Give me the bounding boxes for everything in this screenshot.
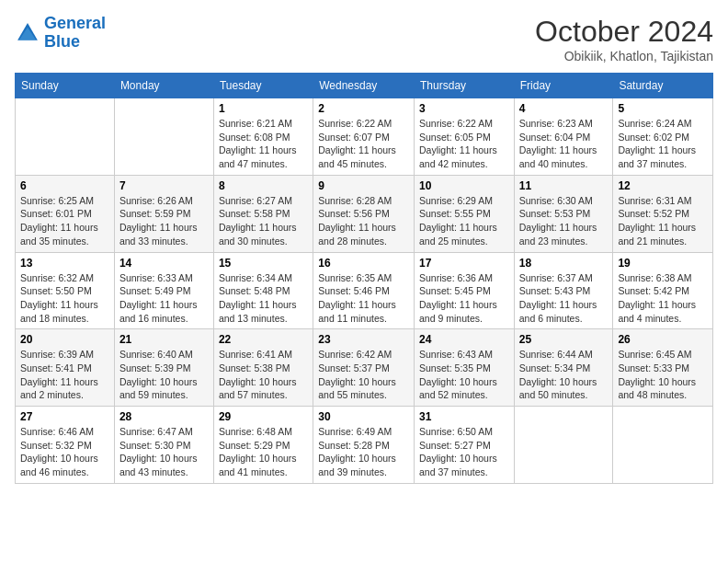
calendar-cell: 28Sunrise: 6:47 AM Sunset: 5:30 PM Dayli… — [114, 407, 213, 484]
day-number: 23 — [318, 333, 409, 346]
day-number: 30 — [318, 410, 409, 423]
logo-text: General Blue — [44, 15, 106, 52]
calendar-cell — [16, 98, 115, 176]
day-content: Sunrise: 6:49 AM Sunset: 5:28 PM Dayligh… — [318, 425, 409, 479]
calendar-cell: 14Sunrise: 6:33 AM Sunset: 5:49 PM Dayli… — [114, 252, 213, 329]
day-number: 31 — [419, 410, 509, 423]
calendar-cell: 13Sunrise: 6:32 AM Sunset: 5:50 PM Dayli… — [16, 252, 115, 329]
day-content: Sunrise: 6:21 AM Sunset: 6:08 PM Dayligh… — [219, 117, 308, 171]
day-number: 29 — [219, 410, 308, 423]
calendar-cell: 20Sunrise: 6:39 AM Sunset: 5:41 PM Dayli… — [16, 329, 115, 407]
day-number: 7 — [119, 179, 209, 192]
calendar-cell: 8Sunrise: 6:27 AM Sunset: 5:58 PM Daylig… — [213, 175, 313, 252]
calendar-table: SundayMondayTuesdayWednesdayThursdayFrid… — [15, 73, 713, 484]
weekday-header: Saturday — [613, 74, 713, 98]
weekday-header: Monday — [114, 74, 213, 98]
month-title: October 2024 — [535, 15, 713, 49]
day-number: 14 — [119, 257, 209, 270]
day-number: 6 — [20, 179, 109, 192]
day-number: 21 — [119, 333, 209, 346]
day-content: Sunrise: 6:39 AM Sunset: 5:41 PM Dayligh… — [20, 348, 109, 402]
calendar-cell: 4Sunrise: 6:23 AM Sunset: 6:04 PM Daylig… — [514, 98, 613, 176]
day-content: Sunrise: 6:43 AM Sunset: 5:35 PM Dayligh… — [419, 348, 509, 402]
day-number: 19 — [618, 257, 708, 270]
day-content: Sunrise: 6:50 AM Sunset: 5:27 PM Dayligh… — [419, 425, 509, 479]
day-number: 2 — [318, 102, 409, 115]
weekday-header: Friday — [514, 74, 613, 98]
weekday-header: Thursday — [415, 74, 515, 98]
calendar-cell: 7Sunrise: 6:26 AM Sunset: 5:59 PM Daylig… — [114, 175, 213, 252]
day-number: 24 — [419, 333, 509, 346]
day-content: Sunrise: 6:22 AM Sunset: 6:05 PM Dayligh… — [419, 117, 509, 171]
day-number: 13 — [20, 257, 109, 270]
calendar-cell: 5Sunrise: 6:24 AM Sunset: 6:02 PM Daylig… — [613, 98, 713, 176]
day-content: Sunrise: 6:40 AM Sunset: 5:39 PM Dayligh… — [119, 348, 209, 402]
day-number: 5 — [618, 102, 708, 115]
calendar-cell: 23Sunrise: 6:42 AM Sunset: 5:37 PM Dayli… — [313, 329, 415, 407]
calendar-week-row: 13Sunrise: 6:32 AM Sunset: 5:50 PM Dayli… — [16, 252, 713, 329]
day-content: Sunrise: 6:44 AM Sunset: 5:34 PM Dayligh… — [519, 348, 609, 402]
day-content: Sunrise: 6:34 AM Sunset: 5:48 PM Dayligh… — [219, 271, 308, 326]
day-content: Sunrise: 6:28 AM Sunset: 5:56 PM Dayligh… — [318, 194, 409, 248]
day-number: 25 — [519, 333, 609, 346]
calendar-cell: 3Sunrise: 6:22 AM Sunset: 6:05 PM Daylig… — [415, 98, 515, 176]
day-number: 4 — [519, 102, 609, 115]
day-content: Sunrise: 6:24 AM Sunset: 6:02 PM Dayligh… — [618, 117, 708, 171]
calendar-week-row: 27Sunrise: 6:46 AM Sunset: 5:32 PM Dayli… — [16, 407, 713, 484]
day-content: Sunrise: 6:48 AM Sunset: 5:29 PM Dayligh… — [219, 425, 308, 479]
day-content: Sunrise: 6:33 AM Sunset: 5:49 PM Dayligh… — [119, 271, 209, 326]
calendar-week-row: 20Sunrise: 6:39 AM Sunset: 5:41 PM Dayli… — [16, 329, 713, 407]
calendar-cell — [613, 407, 713, 484]
weekday-header: Tuesday — [213, 74, 313, 98]
calendar-week-row: 6Sunrise: 6:25 AM Sunset: 6:01 PM Daylig… — [16, 175, 713, 252]
day-content: Sunrise: 6:47 AM Sunset: 5:30 PM Dayligh… — [119, 425, 209, 479]
day-content: Sunrise: 6:41 AM Sunset: 5:38 PM Dayligh… — [219, 348, 308, 402]
day-number: 20 — [20, 333, 109, 346]
day-number: 10 — [419, 179, 509, 192]
weekday-header: Sunday — [16, 74, 115, 98]
day-content: Sunrise: 6:36 AM Sunset: 5:45 PM Dayligh… — [419, 271, 509, 326]
calendar-cell: 15Sunrise: 6:34 AM Sunset: 5:48 PM Dayli… — [213, 252, 313, 329]
calendar-cell: 16Sunrise: 6:35 AM Sunset: 5:46 PM Dayli… — [313, 252, 415, 329]
day-content: Sunrise: 6:37 AM Sunset: 5:43 PM Dayligh… — [519, 271, 609, 326]
calendar-cell: 25Sunrise: 6:44 AM Sunset: 5:34 PM Dayli… — [514, 329, 613, 407]
day-number: 28 — [119, 410, 209, 423]
logo: General Blue — [15, 15, 106, 52]
calendar-cell: 10Sunrise: 6:29 AM Sunset: 5:55 PM Dayli… — [415, 175, 515, 252]
weekday-header: Wednesday — [313, 74, 415, 98]
day-number: 3 — [419, 102, 509, 115]
day-content: Sunrise: 6:45 AM Sunset: 5:33 PM Dayligh… — [618, 348, 708, 402]
day-number: 17 — [419, 257, 509, 270]
day-number: 8 — [219, 179, 308, 192]
day-content: Sunrise: 6:22 AM Sunset: 6:07 PM Dayligh… — [318, 117, 409, 171]
day-content: Sunrise: 6:29 AM Sunset: 5:55 PM Dayligh… — [419, 194, 509, 248]
calendar-cell: 29Sunrise: 6:48 AM Sunset: 5:29 PM Dayli… — [213, 407, 313, 484]
calendar-cell — [114, 98, 213, 176]
day-content: Sunrise: 6:25 AM Sunset: 6:01 PM Dayligh… — [20, 194, 109, 248]
calendar-cell: 12Sunrise: 6:31 AM Sunset: 5:52 PM Dayli… — [613, 175, 713, 252]
calendar-cell: 31Sunrise: 6:50 AM Sunset: 5:27 PM Dayli… — [415, 407, 515, 484]
calendar-cell: 17Sunrise: 6:36 AM Sunset: 5:45 PM Dayli… — [415, 252, 515, 329]
day-number: 12 — [618, 179, 708, 192]
location: Obikiik, Khatlon, Tajikistan — [535, 49, 713, 63]
day-content: Sunrise: 6:31 AM Sunset: 5:52 PM Dayligh… — [618, 194, 708, 248]
calendar-week-row: 1Sunrise: 6:21 AM Sunset: 6:08 PM Daylig… — [16, 98, 713, 176]
day-content: Sunrise: 6:35 AM Sunset: 5:46 PM Dayligh… — [318, 271, 409, 326]
page-header: General Blue October 2024 Obikiik, Khatl… — [15, 15, 713, 63]
calendar-cell: 21Sunrise: 6:40 AM Sunset: 5:39 PM Dayli… — [114, 329, 213, 407]
day-number: 11 — [519, 179, 609, 192]
day-number: 26 — [618, 333, 708, 346]
calendar-cell: 19Sunrise: 6:38 AM Sunset: 5:42 PM Dayli… — [613, 252, 713, 329]
calendar-cell: 1Sunrise: 6:21 AM Sunset: 6:08 PM Daylig… — [213, 98, 313, 176]
day-content: Sunrise: 6:32 AM Sunset: 5:50 PM Dayligh… — [20, 271, 109, 326]
calendar-cell: 26Sunrise: 6:45 AM Sunset: 5:33 PM Dayli… — [613, 329, 713, 407]
calendar-cell: 24Sunrise: 6:43 AM Sunset: 5:35 PM Dayli… — [415, 329, 515, 407]
day-content: Sunrise: 6:42 AM Sunset: 5:37 PM Dayligh… — [318, 348, 409, 402]
day-number: 16 — [318, 257, 409, 270]
day-number: 9 — [318, 179, 409, 192]
day-number: 1 — [219, 102, 308, 115]
day-content: Sunrise: 6:30 AM Sunset: 5:53 PM Dayligh… — [519, 194, 609, 248]
day-number: 27 — [20, 410, 109, 423]
day-number: 22 — [219, 333, 308, 346]
day-content: Sunrise: 6:46 AM Sunset: 5:32 PM Dayligh… — [20, 425, 109, 479]
